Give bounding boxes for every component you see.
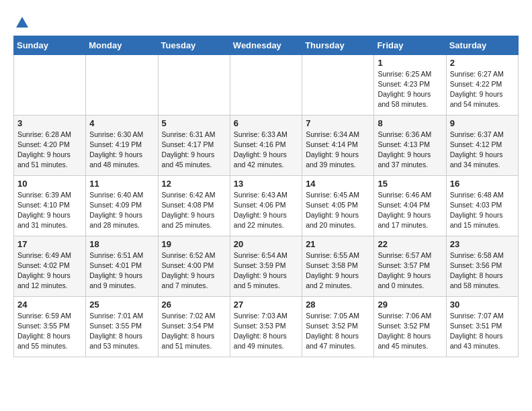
cell-info: Sunrise: 6:48 AM Sunset: 4:03 PM Dayligh… [450,190,515,231]
calendar-cell: 13Sunrise: 6:43 AM Sunset: 4:06 PM Dayli… [230,175,302,236]
cell-info: Sunrise: 7:02 AM Sunset: 3:54 PM Dayligh… [162,311,226,352]
week-row-3: 10Sunrise: 6:39 AM Sunset: 4:10 PM Dayli… [14,175,519,236]
calendar-cell [14,54,86,115]
cell-info: Sunrise: 7:06 AM Sunset: 3:52 PM Dayligh… [378,311,442,352]
day-number: 18 [89,239,154,249]
svg-marker-0 [16,17,28,28]
day-number: 16 [450,179,515,189]
day-number: 4 [89,118,154,128]
calendar-cell: 14Sunrise: 6:45 AM Sunset: 4:05 PM Dayli… [302,175,374,236]
cell-info: Sunrise: 6:34 AM Sunset: 4:14 PM Dayligh… [306,130,370,171]
calendar-cell [302,54,374,115]
calendar-cell: 23Sunrise: 6:58 AM Sunset: 3:56 PM Dayli… [446,236,518,296]
calendar-cell [230,54,302,115]
cell-info: Sunrise: 7:03 AM Sunset: 3:53 PM Dayligh… [234,311,298,352]
cell-info: Sunrise: 6:52 AM Sunset: 4:00 PM Dayligh… [162,250,226,291]
day-number: 14 [306,179,370,189]
day-number: 23 [450,239,515,249]
cell-info: Sunrise: 6:46 AM Sunset: 4:04 PM Dayligh… [378,190,442,231]
calendar-cell: 25Sunrise: 7:01 AM Sunset: 3:55 PM Dayli… [86,296,158,357]
day-number: 2 [450,58,515,68]
cell-info: Sunrise: 6:31 AM Sunset: 4:17 PM Dayligh… [162,130,226,171]
week-row-1: 1Sunrise: 6:25 AM Sunset: 4:23 PM Daylig… [14,54,519,115]
day-number: 22 [378,239,442,249]
day-number: 21 [306,239,370,249]
calendar-cell: 11Sunrise: 6:40 AM Sunset: 4:09 PM Dayli… [86,175,158,236]
logo-text [13,13,30,30]
calendar-cell: 3Sunrise: 6:28 AM Sunset: 4:20 PM Daylig… [14,115,86,175]
cell-info: Sunrise: 6:45 AM Sunset: 4:05 PM Dayligh… [306,190,370,231]
calendar-table: SundayMondayTuesdayWednesdayThursdayFrid… [13,36,519,357]
cell-info: Sunrise: 6:27 AM Sunset: 4:22 PM Dayligh… [450,69,515,110]
calendar-cell: 9Sunrise: 6:37 AM Sunset: 4:12 PM Daylig… [446,115,518,175]
day-number: 7 [306,118,370,128]
calendar-cell: 4Sunrise: 6:30 AM Sunset: 4:19 PM Daylig… [86,115,158,175]
calendar-cell: 15Sunrise: 6:46 AM Sunset: 4:04 PM Dayli… [374,175,446,236]
week-row-2: 3Sunrise: 6:28 AM Sunset: 4:20 PM Daylig… [14,115,519,175]
calendar-cell: 6Sunrise: 6:33 AM Sunset: 4:16 PM Daylig… [230,115,302,175]
cell-info: Sunrise: 6:59 AM Sunset: 3:55 PM Dayligh… [17,311,82,352]
calendar-cell: 21Sunrise: 6:55 AM Sunset: 3:58 PM Dayli… [302,236,374,296]
cell-info: Sunrise: 6:51 AM Sunset: 4:01 PM Dayligh… [89,250,154,291]
day-header-wednesday: Wednesday [230,36,302,54]
calendar-cell [158,54,230,115]
cell-info: Sunrise: 6:28 AM Sunset: 4:20 PM Dayligh… [17,130,82,171]
cell-info: Sunrise: 6:39 AM Sunset: 4:10 PM Dayligh… [17,190,82,231]
cell-info: Sunrise: 6:49 AM Sunset: 4:02 PM Dayligh… [17,250,82,291]
header-row: SundayMondayTuesdayWednesdayThursdayFrid… [14,36,519,54]
day-number: 3 [17,118,82,128]
week-row-5: 24Sunrise: 6:59 AM Sunset: 3:55 PM Dayli… [14,296,519,357]
day-number: 13 [234,179,298,189]
day-header-tuesday: Tuesday [158,36,230,54]
day-header-sunday: Sunday [14,36,86,54]
week-row-4: 17Sunrise: 6:49 AM Sunset: 4:02 PM Dayli… [14,236,519,296]
cell-info: Sunrise: 6:36 AM Sunset: 4:13 PM Dayligh… [378,130,442,171]
page-header [13,13,519,29]
cell-info: Sunrise: 6:25 AM Sunset: 4:23 PM Dayligh… [378,69,442,110]
day-number: 30 [450,300,515,310]
calendar-cell: 2Sunrise: 6:27 AM Sunset: 4:22 PM Daylig… [446,54,518,115]
cell-info: Sunrise: 6:43 AM Sunset: 4:06 PM Dayligh… [234,190,298,231]
day-number: 5 [162,118,226,128]
calendar-cell: 20Sunrise: 6:54 AM Sunset: 3:59 PM Dayli… [230,236,302,296]
calendar-cell: 28Sunrise: 7:05 AM Sunset: 3:52 PM Dayli… [302,296,374,357]
day-header-thursday: Thursday [302,36,374,54]
calendar-cell: 12Sunrise: 6:42 AM Sunset: 4:08 PM Dayli… [158,175,230,236]
calendar-cell: 5Sunrise: 6:31 AM Sunset: 4:17 PM Daylig… [158,115,230,175]
cell-info: Sunrise: 6:40 AM Sunset: 4:09 PM Dayligh… [89,190,154,231]
cell-info: Sunrise: 6:30 AM Sunset: 4:19 PM Dayligh… [89,130,154,171]
day-number: 6 [234,118,298,128]
day-number: 27 [234,300,298,310]
day-number: 28 [306,300,370,310]
calendar-cell: 1Sunrise: 6:25 AM Sunset: 4:23 PM Daylig… [374,54,446,115]
day-number: 12 [162,179,226,189]
calendar-cell: 27Sunrise: 7:03 AM Sunset: 3:53 PM Dayli… [230,296,302,357]
day-number: 1 [378,58,442,68]
cell-info: Sunrise: 6:58 AM Sunset: 3:56 PM Dayligh… [450,250,515,291]
calendar-cell: 18Sunrise: 6:51 AM Sunset: 4:01 PM Dayli… [86,236,158,296]
cell-info: Sunrise: 6:33 AM Sunset: 4:16 PM Dayligh… [234,130,298,171]
calendar-cell: 24Sunrise: 6:59 AM Sunset: 3:55 PM Dayli… [14,296,86,357]
calendar-cell: 7Sunrise: 6:34 AM Sunset: 4:14 PM Daylig… [302,115,374,175]
calendar-cell: 8Sunrise: 6:36 AM Sunset: 4:13 PM Daylig… [374,115,446,175]
day-number: 9 [450,118,515,128]
logo [13,13,30,29]
logo-icon [15,15,30,30]
day-number: 17 [17,239,82,249]
calendar-cell: 19Sunrise: 6:52 AM Sunset: 4:00 PM Dayli… [158,236,230,296]
calendar-cell [86,54,158,115]
day-header-saturday: Saturday [446,36,518,54]
day-number: 8 [378,118,442,128]
cell-info: Sunrise: 6:42 AM Sunset: 4:08 PM Dayligh… [162,190,226,231]
cell-info: Sunrise: 7:05 AM Sunset: 3:52 PM Dayligh… [306,311,370,352]
cell-info: Sunrise: 6:37 AM Sunset: 4:12 PM Dayligh… [450,130,515,171]
day-header-monday: Monday [86,36,158,54]
cell-info: Sunrise: 6:54 AM Sunset: 3:59 PM Dayligh… [234,250,298,291]
calendar-cell: 29Sunrise: 7:06 AM Sunset: 3:52 PM Dayli… [374,296,446,357]
day-number: 25 [89,300,154,310]
cell-info: Sunrise: 6:57 AM Sunset: 3:57 PM Dayligh… [378,250,442,291]
day-number: 15 [378,179,442,189]
calendar-cell: 16Sunrise: 6:48 AM Sunset: 4:03 PM Dayli… [446,175,518,236]
cell-info: Sunrise: 7:07 AM Sunset: 3:51 PM Dayligh… [450,311,515,352]
calendar-cell: 10Sunrise: 6:39 AM Sunset: 4:10 PM Dayli… [14,175,86,236]
